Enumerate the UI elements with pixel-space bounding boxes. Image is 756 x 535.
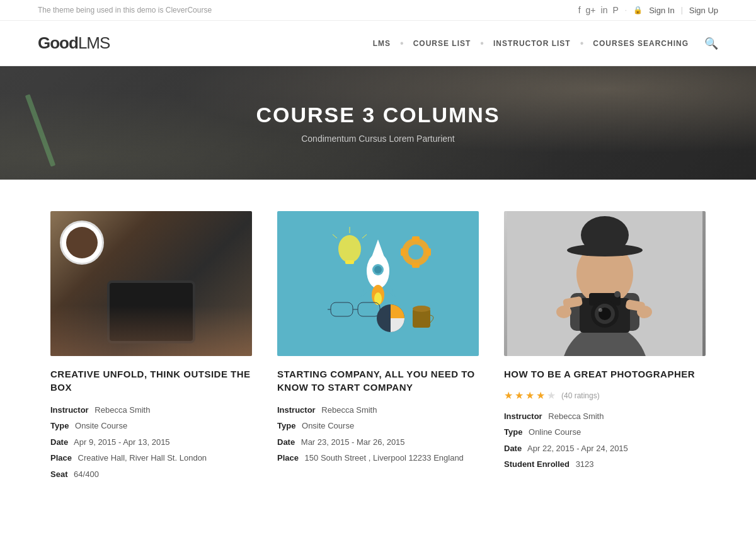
nav-dot-1: • [397, 38, 407, 49]
instructor-value-3: Rebecca Smith [548, 411, 604, 421]
star-3: ★ [525, 389, 534, 401]
course-type-1: Type Onsite Course [50, 418, 252, 433]
googleplus-icon[interactable]: g+ [586, 5, 596, 15]
course-instructor-2: Instructor Rebecca Smith [277, 403, 479, 417]
type-value-3: Online Course [529, 427, 581, 437]
instructor-value-2: Rebecca Smith [321, 405, 377, 415]
course-card-1: CREATIVE UNFOLD, THINK OUTSIDE THE BOX I… [50, 211, 252, 483]
search-icon[interactable]: 🔍 [704, 37, 718, 50]
course-image-3[interactable] [504, 211, 706, 356]
svg-line-10 [362, 234, 367, 238]
course-seat-1: Seat 64/400 [50, 467, 252, 481]
course-image-2[interactable] [277, 211, 479, 356]
course-instructor-3: Instructor Rebecca Smith [504, 409, 706, 423]
course-date-3: Date Apr 22, 2015 - Apr 24, 2015 [504, 441, 706, 456]
course-place-2: Place 150 South Street , Liverpool 12233… [277, 451, 479, 465]
rating-count-3: (40 ratings) [561, 391, 600, 400]
svg-point-1 [408, 244, 423, 260]
star-rating-3: ★ ★ ★ ★ ★ (40 ratings) [504, 389, 706, 401]
place-label-1: Place [50, 453, 72, 463]
course-info-1: CREATIVE UNFOLD, THINK OUTSIDE THE BOX I… [50, 356, 252, 483]
svg-point-42 [556, 306, 571, 318]
course-title-1[interactable]: CREATIVE UNFOLD, THINK OUTSIDE THE BOX [50, 367, 252, 394]
svg-point-38 [598, 308, 602, 312]
svg-rect-5 [426, 248, 431, 256]
hero-decoration [25, 94, 56, 166]
place-label-2: Place [277, 453, 299, 463]
lock-icon: 🔒 [633, 6, 643, 14]
svg-rect-3 [412, 263, 420, 268]
course-card-2: STARTING COMPANY, ALL YOU NEED TO KNOW T… [277, 211, 479, 483]
enrolled-label-3: Student Enrolled [504, 459, 570, 469]
coffee-cup-decoration [60, 221, 104, 265]
course-type-3: Type Online Course [504, 425, 706, 439]
svg-rect-4 [401, 248, 406, 256]
course-instructor-1: Instructor Rebecca Smith [50, 403, 252, 417]
logo-bold: Good [38, 33, 78, 52]
seat-value-1: 64/400 [74, 469, 99, 479]
type-label-3: Type [504, 427, 522, 437]
svg-point-43 [637, 306, 652, 318]
pinterest-icon[interactable]: P [612, 5, 618, 15]
nav-course-list[interactable]: COURSE LIST [407, 36, 478, 51]
course-place-1: Place Creative Hall, River Hall St. Lond… [50, 451, 252, 465]
course-grid: CREATIVE UNFOLD, THINK OUTSIDE THE BOX I… [32, 211, 724, 483]
place-value-2: 150 South Street , Liverpool 12233 Engla… [305, 453, 464, 463]
logo[interactable]: GoodLMS [38, 33, 110, 53]
instructor-label-2: Instructor [277, 405, 316, 415]
instructor-label-3: Instructor [504, 411, 542, 421]
facebook-icon[interactable]: f [578, 5, 581, 15]
signup-link[interactable]: Sign Up [689, 6, 718, 15]
type-label-2: Type [277, 421, 295, 430]
course-meta-3: Instructor Rebecca Smith Type Online Cou… [504, 409, 706, 472]
divider: · [625, 6, 627, 14]
top-bar-right: f g+ in P · 🔒 Sign In | Sign Up [578, 5, 718, 15]
svg-point-14 [374, 266, 382, 273]
linkedin-icon[interactable]: in [601, 5, 608, 15]
main-nav: LMS • COURSE LIST • INSTRUCTOR LIST • CO… [367, 36, 718, 51]
course-info-2: STARTING COMPANY, ALL YOU NEED TO KNOW T… [277, 356, 479, 467]
course-meta-1: Instructor Rebecca Smith Type Onsite Cou… [50, 403, 252, 481]
star-5: ★ [547, 389, 556, 401]
course-type-2: Type Onsite Course [277, 418, 479, 433]
course-title-3[interactable]: HOW TO BE A GREAT PHOTOGRAPHER [504, 367, 706, 381]
date-label-2: Date [277, 437, 295, 447]
svg-point-6 [338, 235, 361, 263]
nav-courses-searching[interactable]: COURSES SEARCHING [587, 36, 695, 51]
hero-title: COURSE 3 COLUMNS [256, 103, 500, 127]
course-date-2: Date Mar 23, 2015 - Mar 26, 2015 [277, 435, 479, 449]
instructor-label-1: Instructor [50, 405, 89, 415]
photographer-svg [504, 211, 706, 356]
type-value-2: Onsite Course [302, 421, 354, 430]
course-image-1[interactable] [50, 211, 252, 356]
course-enrolled-3: Student Enrolled 3123 [504, 457, 706, 471]
nav-instructor-list[interactable]: INSTRUCTOR LIST [487, 36, 577, 51]
date-label-3: Date [504, 444, 522, 453]
top-bar: The theme being used in this demo is Cle… [0, 0, 756, 21]
svg-rect-19 [331, 302, 353, 316]
type-label-1: Type [50, 421, 69, 430]
date-value-1: Apr 9, 2015 - Apr 13, 2015 [74, 437, 170, 447]
svg-point-18 [374, 292, 382, 305]
date-value-3: Apr 22, 2015 - Apr 24, 2015 [527, 444, 628, 453]
svg-marker-15 [359, 284, 372, 299]
rocket-svg [315, 221, 441, 347]
hero-subtitle: Condimentum Cursus Lorem Parturient [301, 134, 455, 144]
course-title-2[interactable]: STARTING COMPANY, ALL YOU NEED TO KNOW T… [277, 367, 479, 394]
course-meta-2: Instructor Rebecca Smith Type Onsite Cou… [277, 403, 479, 466]
enrolled-value-3: 3123 [576, 459, 594, 469]
instructor-value-1: Rebecca Smith [94, 405, 150, 415]
svg-point-26 [413, 306, 430, 312]
hand-overlay [50, 306, 252, 356]
star-2: ★ [515, 389, 524, 401]
social-icons: f g+ in P [578, 5, 619, 15]
type-value-1: Onsite Course [75, 421, 127, 430]
seat-label-1: Seat [50, 469, 67, 479]
star-1: ★ [504, 389, 513, 401]
place-value-1: Creative Hall, River Hall St. London [78, 453, 207, 463]
course-date-1: Date Apr 9, 2015 - Apr 13, 2015 [50, 435, 252, 449]
signin-link[interactable]: Sign In [649, 6, 674, 15]
course-info-3: HOW TO BE A GREAT PHOTOGRAPHER ★ ★ ★ ★ ★… [504, 356, 706, 473]
nav-dot-3: • [577, 38, 587, 49]
nav-lms[interactable]: LMS [367, 36, 397, 51]
